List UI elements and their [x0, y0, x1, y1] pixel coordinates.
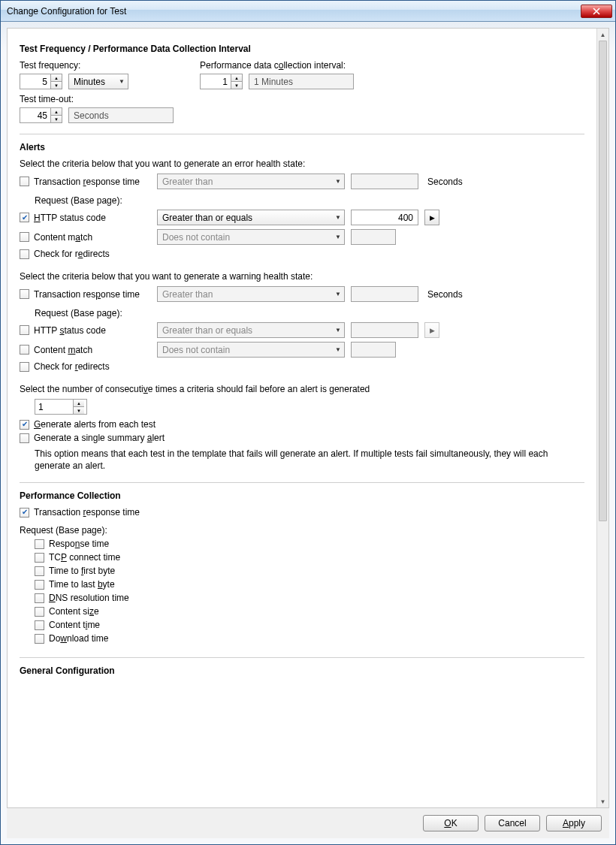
divider	[20, 134, 584, 134]
error-redir-row: Check for redirects	[20, 249, 584, 259]
error-http-test-button[interactable]: ▶	[424, 210, 439, 225]
consec-spinner[interactable]: ▲▼	[35, 399, 87, 415]
apply-button[interactable]: Apply	[546, 815, 602, 831]
error-cm-value	[351, 229, 396, 245]
divider	[20, 657, 584, 658]
seconds-label: Seconds	[427, 289, 463, 300]
warn-http-op: Greater than or equals▼	[157, 322, 345, 338]
perf-interval-label: Performance data collection interval:	[200, 60, 354, 71]
error-cm-op: Does not contain▼	[157, 229, 345, 245]
error-intro: Select the criteria below that you want …	[20, 158, 584, 169]
scroll-thumb[interactable]	[599, 41, 607, 521]
warn-cm-row: Content match Does not contain▼	[20, 342, 584, 358]
freq-unit-text: Minutes	[74, 77, 105, 87]
perf-ctime-checkbox[interactable]: Content time	[35, 620, 100, 630]
error-trt-value	[351, 174, 418, 189]
perf-display: 1 Minutes	[249, 74, 354, 89]
section-general-heading: General Configuration	[20, 665, 584, 676]
perf-req-label: Request (Base page):	[20, 525, 584, 536]
dialog-body: Test Frequency / Performance Data Collec…	[1, 22, 615, 844]
section-perf-heading: Performance Collection	[20, 490, 584, 501]
timeout-input[interactable]	[20, 108, 50, 122]
consec-label: Select the number of consecutive times a…	[20, 384, 584, 394]
scroll-down-arrow[interactable]: ▼	[597, 795, 608, 807]
chevron-down-icon: ▼	[331, 234, 341, 240]
ok-button[interactable]: OK	[423, 815, 479, 831]
dialog-window: Change Configuration for Test Test Frequ…	[0, 0, 616, 845]
error-trt-op: Greater than▼	[157, 174, 345, 189]
warn-redir-checkbox[interactable]: Check for redirects	[20, 361, 151, 372]
timeout-spinner[interactable]: ▲▼	[20, 107, 62, 123]
perf-spinner[interactable]: ▲▼	[200, 74, 243, 89]
perf-dns-checkbox[interactable]: DNS resolution time	[35, 593, 129, 603]
close-icon	[593, 8, 600, 15]
perf-csize-checkbox[interactable]: Content size	[35, 606, 99, 617]
error-cm-row: Content match Does not contain▼	[20, 229, 584, 245]
error-cm-checkbox[interactable]: Content match	[20, 232, 151, 243]
error-req-label: Request (Base page):	[35, 195, 584, 206]
timeout-block: Test time-out: ▲▼ Seconds	[20, 94, 584, 123]
spinner-buttons[interactable]: ▲▼	[73, 400, 84, 414]
warn-http-checkbox[interactable]: HTTP status code	[20, 325, 151, 336]
error-trt-row: Transaction response time Greater than▼ …	[20, 174, 584, 189]
perf-input[interactable]	[201, 74, 231, 89]
error-redir-checkbox[interactable]: Check for redirects	[20, 249, 151, 259]
spinner-buttons[interactable]: ▲▼	[50, 108, 62, 122]
perf-interval-col: Performance data collection interval: ▲▼…	[200, 60, 354, 89]
freq-input[interactable]	[20, 74, 50, 89]
perf-ttlb-checkbox[interactable]: Time to last byte	[35, 579, 115, 590]
vertical-scrollbar[interactable]: ▲ ▼	[596, 29, 608, 807]
freq-spinner[interactable]: ▲▼	[20, 74, 62, 89]
warn-req-label: Request (Base page):	[35, 308, 584, 318]
chevron-down-icon: ▼	[331, 178, 341, 185]
seconds-label: Seconds	[427, 177, 463, 187]
chevron-down-icon: ▼	[331, 346, 341, 353]
divider	[20, 482, 584, 483]
warn-http-row: HTTP status code Greater than or equals▼…	[20, 322, 584, 338]
error-http-value[interactable]: 400	[351, 210, 418, 225]
spinner-buttons[interactable]: ▲▼	[231, 74, 242, 89]
chevron-down-icon: ▼	[331, 327, 341, 333]
warn-trt-checkbox[interactable]: Transaction response time	[20, 289, 151, 300]
perf-trt-row: Transaction response time	[20, 507, 584, 518]
gen-each-row: Generate alerts from each test	[20, 419, 584, 430]
gen-single-checkbox[interactable]: Generate a single summary alert	[20, 433, 165, 443]
spinner-buttons[interactable]: ▲▼	[50, 74, 62, 89]
scroll-up-arrow[interactable]: ▲	[597, 29, 608, 41]
perf-ttfb-checkbox[interactable]: Time to first byte	[35, 566, 115, 576]
frequency-grid: Test frequency: ▲▼ Minutes ▼	[20, 60, 584, 89]
warn-intro: Select the criteria below that you want …	[20, 271, 584, 282]
dialog-footer: OK Cancel Apply	[7, 808, 609, 838]
freq-unit-select[interactable]: Minutes ▼	[68, 74, 128, 89]
close-button[interactable]	[581, 5, 612, 18]
section-frequency-heading: Test Frequency / Performance Data Collec…	[20, 44, 584, 54]
freq-col: Test frequency: ▲▼ Minutes ▼	[20, 60, 128, 89]
perf-tcp-checkbox[interactable]: TCP connect time	[35, 552, 120, 563]
error-trt-checkbox[interactable]: Transaction response time	[20, 177, 151, 187]
warn-redir-row: Check for redirects	[20, 361, 584, 372]
warn-http-test-button[interactable]: ▶	[424, 322, 439, 338]
freq-label: Test frequency:	[20, 60, 128, 71]
perf-resp-checkbox[interactable]: Response time	[35, 539, 109, 549]
timeout-unit: Seconds	[68, 107, 174, 123]
warn-trt-value	[351, 286, 418, 302]
warn-trt-row: Transaction response time Greater than▼ …	[20, 286, 584, 302]
consec-input[interactable]	[35, 400, 73, 414]
cancel-button[interactable]: Cancel	[485, 815, 540, 831]
chevron-down-icon: ▼	[331, 291, 341, 297]
warn-cm-checkbox[interactable]: Content match	[20, 345, 151, 355]
perf-dl-checkbox[interactable]: Download time	[35, 633, 108, 644]
perf-trt-checkbox[interactable]: Transaction response time	[20, 507, 140, 518]
warn-cm-value	[351, 342, 396, 358]
warn-trt-op: Greater than▼	[157, 286, 345, 302]
gen-desc: This option means that each test in the …	[35, 448, 584, 472]
chevron-down-icon: ▼	[114, 78, 125, 85]
content-panel: Test Frequency / Performance Data Collec…	[7, 28, 609, 808]
error-http-checkbox[interactable]: HTTP status code	[20, 213, 151, 223]
gen-single-row: Generate a single summary alert	[20, 433, 584, 443]
section-alerts-heading: Alerts	[20, 142, 584, 152]
error-http-op[interactable]: Greater than or equals▼	[157, 210, 345, 225]
timeout-label: Test time-out:	[20, 94, 584, 104]
error-http-row: HTTP status code Greater than or equals▼…	[20, 210, 584, 225]
gen-each-checkbox[interactable]: Generate alerts from each test	[20, 419, 156, 430]
